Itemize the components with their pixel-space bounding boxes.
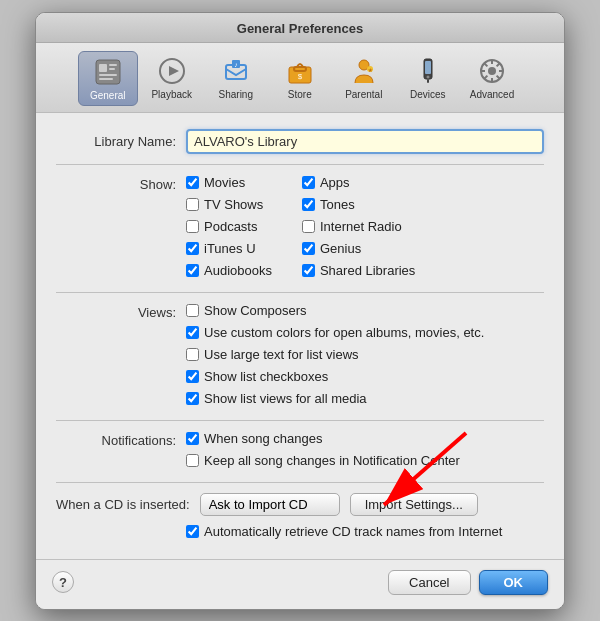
svg-point-19 xyxy=(426,75,429,78)
divider-4 xyxy=(56,482,544,483)
devices-icon xyxy=(412,55,444,87)
playback-icon xyxy=(156,55,188,87)
toolbar-label-store: Store xyxy=(288,89,312,100)
library-name-label: Library Name: xyxy=(56,134,176,149)
toolbar-item-general[interactable]: General xyxy=(78,51,138,106)
cd-controls: Ask to Import CD Import CD Play CD Open … xyxy=(200,493,478,516)
svg-point-22 xyxy=(488,67,496,75)
svg-line-29 xyxy=(497,63,500,66)
checkbox-cdauto-input[interactable] xyxy=(186,525,199,538)
checkbox-customcolors: Use custom colors for open albums, movie… xyxy=(186,325,484,340)
checkbox-tones: Tones xyxy=(302,197,415,212)
views-label: Views: xyxy=(56,303,176,410)
show-col-2: Apps Tones Internet Radio Genius xyxy=(302,175,415,282)
checkbox-sharedlibs: Shared Libraries xyxy=(302,263,415,278)
toolbar: General Playback ♪ Sharing xyxy=(36,43,564,113)
show-col-1: Movies TV Shows Podcasts iTunes U xyxy=(186,175,272,282)
checkbox-largetext-input[interactable] xyxy=(186,348,199,361)
checkbox-internetradio-input[interactable] xyxy=(302,220,315,233)
checkbox-podcasts-label: Podcasts xyxy=(204,219,257,234)
checkbox-tones-label: Tones xyxy=(320,197,355,212)
import-settings-button[interactable]: Import Settings... xyxy=(350,493,478,516)
checkbox-showcomposers-input[interactable] xyxy=(186,304,199,317)
checkbox-itunesu-input[interactable] xyxy=(186,242,199,255)
svg-line-27 xyxy=(484,63,487,66)
checkbox-largetext-label: Use large text for list views xyxy=(204,347,359,362)
checkbox-podcasts-input[interactable] xyxy=(186,220,199,233)
svg-rect-2 xyxy=(109,64,117,66)
checkbox-tvshows-label: TV Shows xyxy=(204,197,263,212)
toolbar-item-store[interactable]: $ Store xyxy=(270,51,330,106)
sharing-icon: ♪ xyxy=(220,55,252,87)
checkbox-tvshows-input[interactable] xyxy=(186,198,199,211)
checkbox-listcheckboxes-input[interactable] xyxy=(186,370,199,383)
toolbar-label-parental: Parental xyxy=(345,89,382,100)
checkbox-audiobooks-label: Audiobooks xyxy=(204,263,272,278)
toolbar-label-sharing: Sharing xyxy=(219,89,253,100)
checkbox-listviewsall-input[interactable] xyxy=(186,392,199,405)
checkbox-listcheckboxes-label: Show list checkboxes xyxy=(204,369,328,384)
toolbar-item-playback[interactable]: Playback xyxy=(142,51,202,106)
checkbox-songchanges: When song changes xyxy=(186,431,460,446)
toolbar-label-devices: Devices xyxy=(410,89,446,100)
checkbox-podcasts: Podcasts xyxy=(186,219,272,234)
toolbar-item-sharing[interactable]: ♪ Sharing xyxy=(206,51,266,106)
checkbox-showcomposers-label: Show Composers xyxy=(204,303,307,318)
checkbox-songchanges-input[interactable] xyxy=(186,432,199,445)
svg-rect-18 xyxy=(425,61,431,74)
divider-3 xyxy=(56,420,544,421)
checkbox-audiobooks-input[interactable] xyxy=(186,264,199,277)
checkbox-movies-label: Movies xyxy=(204,175,245,190)
cd-dropdown[interactable]: Ask to Import CD Import CD Play CD Open … xyxy=(200,493,340,516)
toolbar-item-advanced[interactable]: Advanced xyxy=(462,51,522,106)
checkbox-keepall-input[interactable] xyxy=(186,454,199,467)
toolbar-item-parental[interactable]: ★ Parental xyxy=(334,51,394,106)
notifications-items: When song changes Keep all song changes … xyxy=(186,431,460,472)
svg-rect-0 xyxy=(96,60,120,84)
svg-text:$: $ xyxy=(298,72,303,81)
svg-line-30 xyxy=(484,75,487,78)
dialog-title: General Preferences xyxy=(237,21,363,36)
checkbox-customcolors-input[interactable] xyxy=(186,326,199,339)
checkbox-movies: Movies xyxy=(186,175,272,190)
checkbox-audiobooks: Audiobooks xyxy=(186,263,272,278)
checkbox-cdauto-label: Automatically retrieve CD track names fr… xyxy=(204,524,502,539)
checkbox-internetradio-label: Internet Radio xyxy=(320,219,402,234)
cd-auto-row: Automatically retrieve CD track names fr… xyxy=(56,524,544,543)
advanced-icon xyxy=(476,55,508,87)
library-name-input[interactable] xyxy=(186,129,544,154)
cd-dropdown-wrapper: Ask to Import CD Import CD Play CD Open … xyxy=(200,493,340,516)
checkbox-listviewsall-label: Show list views for all media xyxy=(204,391,367,406)
cancel-button[interactable]: Cancel xyxy=(388,570,470,595)
general-icon xyxy=(92,56,124,88)
dialog: General Preferences General xyxy=(35,12,565,610)
checkbox-showcomposers: Show Composers xyxy=(186,303,484,318)
checkbox-movies-input[interactable] xyxy=(186,176,199,189)
checkbox-cdauto: Automatically retrieve CD track names fr… xyxy=(186,524,502,539)
svg-marker-7 xyxy=(169,66,179,76)
checkbox-tones-input[interactable] xyxy=(302,198,315,211)
store-icon: $ xyxy=(284,55,316,87)
toolbar-item-devices[interactable]: Devices xyxy=(398,51,458,106)
bottom-bar: ? Cancel OK xyxy=(36,559,564,609)
notifications-label: Notifications: xyxy=(56,431,176,472)
svg-rect-4 xyxy=(99,74,117,76)
svg-rect-20 xyxy=(427,79,429,83)
help-button[interactable]: ? xyxy=(52,571,74,593)
checkbox-customcolors-label: Use custom colors for open albums, movie… xyxy=(204,325,484,340)
svg-line-28 xyxy=(497,75,500,78)
checkbox-listcheckboxes: Show list checkboxes xyxy=(186,369,484,384)
ok-button[interactable]: OK xyxy=(479,570,549,595)
checkbox-apps-input[interactable] xyxy=(302,176,315,189)
bottom-buttons: Cancel OK xyxy=(388,570,548,595)
show-label: Show: xyxy=(56,175,176,282)
content: Library Name: Show: Movies TV Shows xyxy=(36,113,564,559)
library-name-row: Library Name: xyxy=(56,129,544,154)
parental-icon: ★ xyxy=(348,55,380,87)
checkbox-sharedlibs-input[interactable] xyxy=(302,264,315,277)
show-section: Show: Movies TV Shows Podcas xyxy=(56,175,544,282)
checkbox-genius-input[interactable] xyxy=(302,242,315,255)
views-items: Show Composers Use custom colors for ope… xyxy=(186,303,484,410)
notifications-section: Notifications: When song changes Keep al… xyxy=(56,431,544,472)
divider-2 xyxy=(56,292,544,293)
